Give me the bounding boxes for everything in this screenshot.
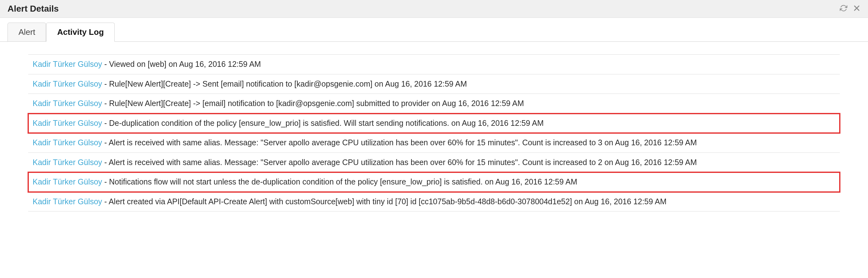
log-text: - Viewed on [web] on Aug 16, 2016 12:59 … — [102, 60, 261, 68]
tabs-row: Alert Activity Log — [0, 18, 868, 42]
panel-controls — [840, 4, 861, 13]
log-row: Kadir Türker Gülsoy - Alert is received … — [28, 133, 840, 153]
log-user-link[interactable]: Kadir Türker Gülsoy — [33, 60, 102, 68]
activity-log: Kadir Türker Gülsoy - Viewed on [web] on… — [0, 42, 868, 224]
log-row: Kadir Türker Gülsoy - Rule[New Alert][Cr… — [28, 94, 840, 114]
log-text: - Rule[New Alert][Create] -> [email] not… — [102, 99, 524, 108]
refresh-icon[interactable] — [840, 4, 847, 13]
log-text: - Rule[New Alert][Create] -> Sent [email… — [102, 79, 467, 88]
log-row: Kadir Türker Gülsoy - Alert is received … — [28, 153, 840, 173]
log-user-link[interactable]: Kadir Türker Gülsoy — [33, 79, 102, 88]
tab-activity-log[interactable]: Activity Log — [46, 23, 115, 42]
log-row: Kadir Türker Gülsoy - Rule[New Alert][Cr… — [28, 74, 840, 94]
tab-alert[interactable]: Alert — [7, 23, 46, 42]
log-user-link[interactable]: Kadir Türker Gülsoy — [33, 138, 102, 147]
log-text: - De-duplication condition of the policy… — [102, 119, 544, 128]
log-user-link[interactable]: Kadir Türker Gülsoy — [33, 197, 102, 206]
log-user-link[interactable]: Kadir Türker Gülsoy — [33, 177, 102, 186]
log-text: - Notifications flow will not start unle… — [102, 177, 577, 186]
panel-header: Alert Details — [0, 0, 868, 18]
log-text: - Alert is received with same alias. Mes… — [102, 138, 697, 147]
log-row: Kadir Türker Gülsoy - Notifications flow… — [28, 172, 840, 192]
log-row: Kadir Türker Gülsoy - De-duplication con… — [28, 114, 840, 133]
log-text: - Alert is received with same alias. Mes… — [102, 158, 697, 167]
close-icon[interactable] — [853, 4, 861, 13]
log-user-link[interactable]: Kadir Türker Gülsoy — [33, 158, 102, 167]
log-row: Kadir Türker Gülsoy - Alert created via … — [28, 192, 840, 212]
log-user-link[interactable]: Kadir Türker Gülsoy — [33, 99, 102, 108]
log-row: Kadir Türker Gülsoy - Viewed on [web] on… — [28, 54, 840, 74]
log-user-link[interactable]: Kadir Türker Gülsoy — [33, 119, 102, 128]
panel-title: Alert Details — [7, 4, 59, 14]
log-text: - Alert created via API[Default API-Crea… — [102, 197, 666, 206]
tabs: Alert Activity Log — [7, 22, 861, 41]
